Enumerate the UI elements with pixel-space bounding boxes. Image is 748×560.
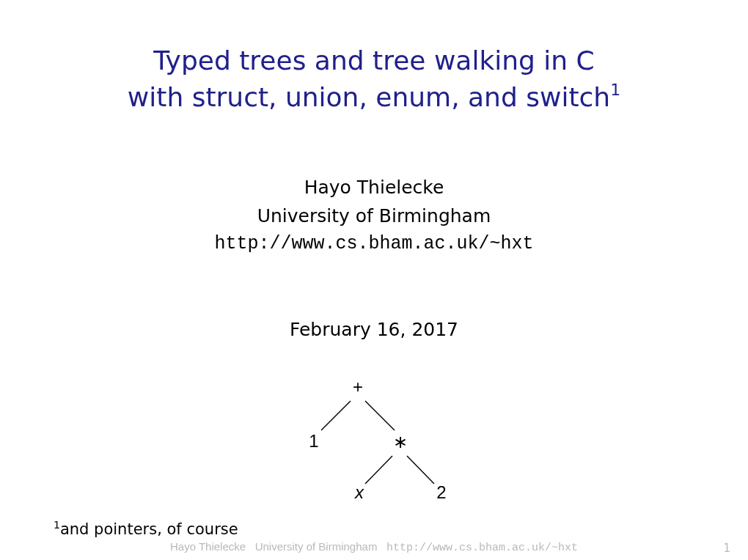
tree-node-root: +	[353, 377, 363, 397]
tree-node-right-left: x	[354, 482, 364, 500]
title-line-1: Typed trees and tree walking in C	[0, 43, 748, 79]
author-name: Hayo Thielecke	[0, 174, 748, 202]
expression-tree-diagram: + 1 ∗ x 2	[0, 375, 748, 503]
footnote: 1and pointers, of course	[54, 519, 238, 538]
svg-line-2	[365, 456, 392, 484]
slide-date: February 16, 2017	[0, 319, 748, 340]
footer-affiliation: University of Birmingham	[255, 540, 378, 553]
footnote-text: and pointers, of course	[60, 520, 238, 538]
tree-svg: + 1 ∗ x 2	[279, 375, 469, 500]
footer-page-number: 1	[723, 542, 730, 555]
svg-line-0	[321, 401, 351, 430]
tree-node-right-right: 2	[436, 482, 446, 500]
author-url[interactable]: http://www.cs.bham.ac.uk/~hxt	[0, 230, 748, 259]
footer-url[interactable]: http://www.cs.bham.ac.uk/~hxt	[386, 542, 578, 554]
author-block: Hayo Thielecke University of Birmingham …	[0, 174, 748, 259]
footnote-marker: 1	[54, 519, 60, 531]
svg-line-1	[365, 401, 395, 430]
title-line-2-text: with struct, union, enum, and switch	[128, 82, 610, 112]
tree-node-left: 1	[309, 431, 318, 451]
slide-title: Typed trees and tree walking in C with s…	[0, 0, 748, 117]
title-footnote-ref: 1	[610, 81, 620, 99]
footer-author: Hayo Thielecke	[170, 540, 246, 553]
slide-footer: Hayo Thielecke University of Birmingham …	[0, 540, 748, 555]
tree-node-right: ∗	[393, 432, 408, 452]
svg-line-3	[407, 456, 434, 484]
title-line-2: with struct, union, enum, and switch1	[0, 79, 748, 116]
author-affiliation: University of Birmingham	[0, 202, 748, 231]
